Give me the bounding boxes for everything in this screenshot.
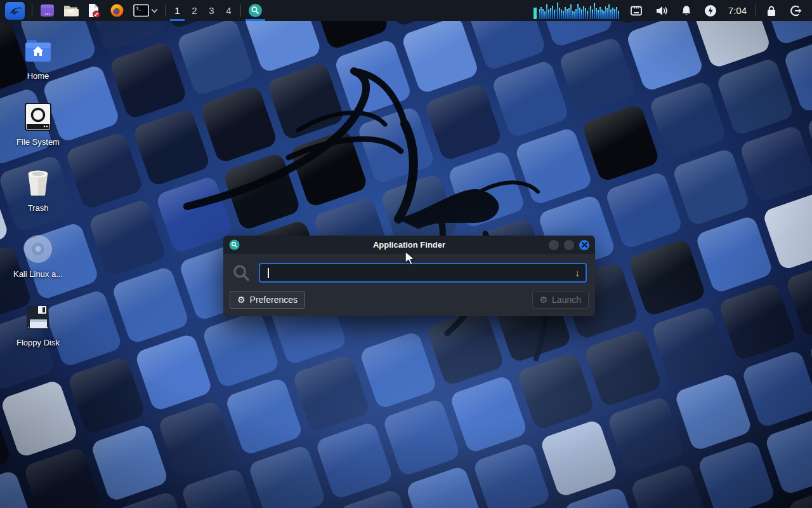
- cpu-history-bar: [568, 8, 570, 18]
- close-button[interactable]: [579, 240, 589, 250]
- document-edit-icon: [86, 3, 102, 18]
- power-manager-applet[interactable]: [698, 0, 723, 21]
- dropdown-arrow-icon[interactable]: ↓: [575, 267, 580, 278]
- cpu-history-bar: [573, 11, 575, 19]
- desktop-icon-label: Kali Linux a...: [8, 269, 69, 279]
- cpu-history-bar: [540, 7, 542, 19]
- workspace-button-1[interactable]: 1: [169, 0, 186, 21]
- window-search-icon: [229, 239, 240, 250]
- cpu-history-bar: [616, 7, 617, 19]
- terminal-prompt-glyph: $_: [136, 6, 141, 11]
- purple-window-icon: [39, 3, 55, 18]
- close-icon: [582, 242, 587, 248]
- cpu-history-bar: [559, 8, 560, 18]
- cpu-history-bar: [608, 4, 610, 19]
- preferences-button-label: Preferences: [250, 295, 298, 305]
- cpu-history-bar: [614, 9, 615, 18]
- applications-menu-button[interactable]: [1, 0, 29, 21]
- launch-button[interactable]: ⚙ Launch: [532, 291, 589, 309]
- cpu-history-bar: [598, 10, 599, 19]
- panel-separator: [32, 4, 32, 17]
- panel-separator: [240, 4, 241, 17]
- desktop-icon-label: File System: [8, 137, 69, 147]
- lock-screen-button[interactable]: [759, 0, 783, 21]
- cpu-history-bar: [565, 7, 566, 18]
- cpu-history-bar: [590, 6, 591, 19]
- workspace-button-2[interactable]: 2: [186, 0, 203, 21]
- desktop-icon-home[interactable]: Home: [8, 34, 69, 81]
- network-applet[interactable]: [624, 0, 649, 21]
- launch-button-label: Launch: [552, 295, 581, 305]
- cpu-history-bar: [548, 10, 549, 19]
- desktop-icon-trash[interactable]: Trash: [8, 166, 69, 213]
- chevron-down-icon[interactable]: [151, 8, 158, 13]
- search-icon: [248, 3, 263, 18]
- cpu-history-bar: [596, 8, 597, 19]
- launcher-file-manager[interactable]: [59, 0, 82, 21]
- kali-logo-icon: [5, 2, 25, 20]
- bell-icon: [679, 4, 693, 18]
- cpu-history-bar: [612, 8, 613, 18]
- volume-applet[interactable]: [649, 0, 674, 21]
- cpu-history-bar: [601, 10, 603, 19]
- logout-icon: [789, 4, 803, 18]
- cpu-history-bar: [563, 11, 564, 18]
- maximize-button[interactable]: [564, 240, 574, 250]
- cpu-graph-applet[interactable]: [534, 3, 620, 19]
- volume-icon: [654, 4, 669, 18]
- logout-button[interactable]: [783, 0, 811, 21]
- desktop-icon-label: Floppy Disk: [8, 338, 69, 347]
- cpu-history-bar: [557, 3, 558, 18]
- desktop-icon-label: Trash: [8, 203, 69, 213]
- launcher-terminal[interactable]: $_: [129, 0, 162, 21]
- preferences-button[interactable]: ⚙ Preferences: [230, 291, 305, 309]
- launch-gear-icon: ⚙: [540, 295, 548, 304]
- file-system-drive-icon: [25, 103, 51, 131]
- cpu-history-bar: [579, 8, 580, 19]
- desktop-icon-file-system[interactable]: File System: [8, 100, 69, 147]
- trash-icon: [25, 169, 51, 197]
- cpu-history-bar: [552, 6, 553, 18]
- notifications-applet[interactable]: [674, 0, 698, 21]
- cpu-history-bar: [566, 9, 568, 18]
- text-caret: [268, 268, 269, 278]
- cpu-history-bar: [581, 10, 582, 18]
- clock[interactable]: 7:04: [723, 0, 752, 21]
- cpu-history-bar: [556, 9, 557, 19]
- cpu-history-bar: [554, 10, 555, 19]
- workspace-label: 4: [226, 5, 231, 16]
- launcher-firefox[interactable]: [105, 0, 129, 21]
- cpu-history-bar: [610, 10, 612, 18]
- folder-icon: [63, 3, 79, 18]
- cpu-history-bar: [589, 8, 590, 18]
- cpu-history-bar: [587, 11, 588, 18]
- search-input[interactable]: ↓: [259, 263, 587, 283]
- desktop-icon-kali-cdrom[interactable]: Kali Linux a...: [8, 232, 69, 279]
- taskbar-application-finder[interactable]: [244, 0, 266, 21]
- workspace-label: 1: [174, 5, 180, 16]
- cpu-history-bar: [618, 11, 619, 19]
- minimize-button[interactable]: [549, 240, 559, 250]
- workspace-label: 2: [192, 5, 197, 16]
- cpu-history-bar: [572, 11, 573, 19]
- cpu-history-bar: [577, 4, 579, 19]
- launcher-settings-app[interactable]: [36, 0, 59, 21]
- floppy-disk-icon: [25, 304, 51, 331]
- panel-separator: [165, 4, 166, 17]
- home-folder-icon: [25, 40, 51, 62]
- workspace-button-4[interactable]: 4: [220, 0, 237, 21]
- desktop-icon-floppy[interactable]: Floppy Disk: [8, 301, 69, 347]
- terminal-icon: $_: [133, 3, 150, 18]
- launcher-text-editor[interactable]: [82, 0, 105, 21]
- application-finder-window: Application Finder ↓ ⚙ Preferences ⚙: [223, 236, 595, 316]
- lock-icon: [764, 4, 778, 18]
- cpu-history-bar: [542, 9, 544, 19]
- firefox-icon: [109, 3, 125, 18]
- clock-text: 7:04: [728, 5, 747, 16]
- window-title: Application Finder: [261, 240, 557, 250]
- workspace-button-3[interactable]: 3: [203, 0, 220, 21]
- system-tray: 7:04: [534, 0, 811, 21]
- cpu-history-bar: [544, 11, 546, 19]
- cpu-history-bar: [585, 8, 586, 18]
- cpu-history-bar: [606, 8, 608, 18]
